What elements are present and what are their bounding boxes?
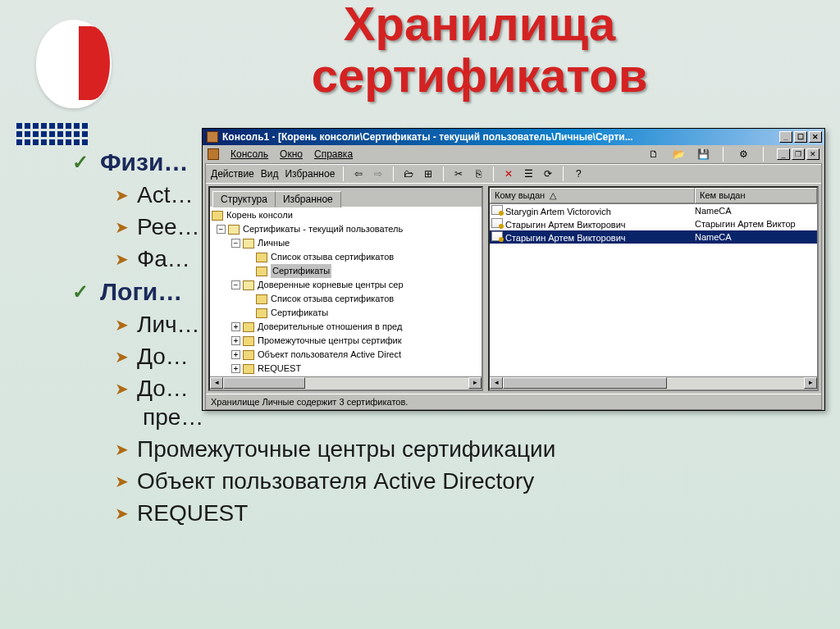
tree-node: Сертификаты <box>212 264 482 278</box>
arrow-icon: ➤ <box>115 439 129 460</box>
arrow-icon: ➤ <box>115 314 129 335</box>
decorative-dot-grid <box>16 123 88 145</box>
title-line-1: Хранилища <box>135 0 824 50</box>
open-icon[interactable]: 📂 <box>672 148 685 161</box>
mdi-restore-button[interactable]: ❐ <box>792 148 805 160</box>
minimize-button[interactable]: _ <box>779 131 792 143</box>
close-button[interactable]: ✕ <box>809 131 822 143</box>
bullet-text: Фа… <box>137 244 190 275</box>
tab-favorites[interactable]: Избранное <box>275 191 341 207</box>
tree-node: −Сертификаты - текущий пользователь <box>212 222 482 236</box>
bullet-text: Рее… <box>137 212 200 243</box>
tree-node: +REQUEST <box>212 362 482 376</box>
bullet-text: Act… <box>137 180 193 211</box>
split-panes: Структура Избранное Корень консоли −Серт… <box>206 183 821 394</box>
mmc-window: Консоль1 - [Корень консоли\Сертификаты -… <box>202 128 825 411</box>
new-icon[interactable]: 🗋 <box>647 148 660 161</box>
list-header: Кому выдан △ Кем выдан <box>490 188 817 204</box>
menu-window[interactable]: Окно <box>280 148 303 160</box>
horizontal-scrollbar[interactable]: ◂ ▸ <box>490 376 817 390</box>
bullet-text: пре… <box>143 403 203 433</box>
arrow-icon: ➤ <box>115 217 129 238</box>
tree-node: −Доверенные корневые центры сер <box>212 278 482 292</box>
console-tree[interactable]: Корень консоли −Сертификаты - текущий по… <box>210 207 482 377</box>
mdi-minimize-button[interactable]: _ <box>777 148 790 160</box>
menu-action[interactable]: Действие <box>211 168 254 180</box>
scroll-right-icon[interactable]: ▸ <box>804 377 817 389</box>
scroll-left-icon[interactable]: ◂ <box>490 377 503 389</box>
tree-node: Корень консоли <box>212 208 482 222</box>
properties-icon[interactable]: ⚙ <box>737 148 750 161</box>
tab-structure[interactable]: Структура <box>212 191 276 207</box>
up-folder-icon[interactable]: 🗁 <box>402 167 415 180</box>
tree-node: +Объект пользователя Active Direct <box>212 348 482 362</box>
mdi-close-button[interactable]: ✕ <box>806 148 819 160</box>
bullet-text: Объект пользователя Active Directory <box>137 467 534 497</box>
scroll-left-icon[interactable]: ◂ <box>210 377 223 389</box>
main-menubar: Консоль Окно Справка 🗋 📂 💾 ⚙ _ ❐ ✕ <box>203 145 824 163</box>
forward-icon[interactable]: ⇨ <box>372 167 385 180</box>
window-title: Консоль1 - [Корень консоли\Сертификаты -… <box>222 131 779 143</box>
menu-view[interactable]: Вид <box>261 168 279 180</box>
certificate-icon <box>491 218 503 228</box>
list-row[interactable]: Старыгин Артем Викторович NameCA <box>490 230 817 244</box>
arrow-icon: ➤ <box>115 185 129 206</box>
menu-console[interactable]: Консоль <box>231 148 268 160</box>
arrow-icon: ➤ <box>115 378 129 399</box>
list-row[interactable]: Старыгин Артем Викторович Старыгин Артем… <box>490 217 817 230</box>
tree-toggle-icon[interactable]: ⊞ <box>422 167 435 180</box>
bullet-text: До… <box>137 342 189 372</box>
title-line-2: сертификатов <box>135 50 824 102</box>
console-icon <box>208 148 219 160</box>
arrow-icon: ➤ <box>115 248 129 270</box>
column-issued-to[interactable]: Кому выдан △ <box>490 188 695 203</box>
collapse-icon[interactable]: − <box>231 239 240 248</box>
bullet-text: Логи… <box>100 276 182 308</box>
expand-icon[interactable]: + <box>231 336 240 345</box>
list-row[interactable]: Starygin Artem Victorovich NameCA <box>490 204 817 217</box>
maximize-button[interactable]: ☐ <box>794 131 807 143</box>
properties-icon[interactable]: ☰ <box>522 167 535 180</box>
copy-icon[interactable]: ⎘ <box>472 167 485 180</box>
column-issued-by[interactable]: Кем выдан <box>695 188 817 203</box>
tree-node: Список отзыва сертификатов <box>212 250 482 264</box>
scroll-thumb[interactable] <box>503 377 667 389</box>
bullet-text: REQUEST <box>137 499 248 529</box>
mdi-child: Действие Вид Избранное ⇦ ⇨ 🗁 ⊞ ✂ ⎘ ✕ ☰ ⟳… <box>205 163 822 410</box>
menu-help[interactable]: Справка <box>314 148 353 160</box>
expand-icon[interactable]: + <box>231 350 240 359</box>
collapse-icon[interactable]: − <box>217 225 226 234</box>
window-titlebar[interactable]: Консоль1 - [Корень консоли\Сертификаты -… <box>203 129 824 145</box>
bullet-text: Физи… <box>100 146 188 179</box>
certificate-icon <box>491 205 503 215</box>
left-pane: Структура Избранное Корень консоли −Серт… <box>208 186 483 391</box>
right-pane: Кому выдан △ Кем выдан Starygin Artem Vi… <box>488 186 819 391</box>
bullet-text: Лич… <box>137 310 200 340</box>
refresh-icon[interactable]: ⟳ <box>541 167 555 180</box>
tree-node: Список отзыва сертификатов <box>212 292 482 306</box>
bullet-text: До… <box>137 374 189 404</box>
arrow-icon: ➤ <box>115 471 129 492</box>
slide-title: Хранилища сертификатов <box>135 0 824 101</box>
menu-favorites[interactable]: Избранное <box>285 168 335 180</box>
arrow-icon: ➤ <box>115 346 129 367</box>
horizontal-scrollbar[interactable]: ◂ ▸ <box>210 376 482 390</box>
app-icon <box>207 131 218 143</box>
check-icon: ✓ <box>72 279 89 305</box>
collapse-icon[interactable]: − <box>231 280 240 289</box>
check-icon: ✓ <box>72 149 89 175</box>
delete-icon[interactable]: ✕ <box>502 167 515 180</box>
slide-logo <box>31 15 130 113</box>
tree-node: Сертификаты <box>212 306 482 320</box>
expand-icon[interactable]: + <box>231 364 240 373</box>
scroll-right-icon[interactable]: ▸ <box>468 377 482 389</box>
help-icon[interactable]: ? <box>572 167 585 180</box>
expand-icon[interactable]: + <box>231 322 240 331</box>
toolbar: Действие Вид Избранное ⇦ ⇨ 🗁 ⊞ ✂ ⎘ ✕ ☰ ⟳… <box>206 164 821 183</box>
back-icon[interactable]: ⇦ <box>352 167 365 180</box>
cut-icon[interactable]: ✂ <box>452 167 465 180</box>
save-icon[interactable]: 💾 <box>696 148 710 161</box>
scroll-thumb[interactable] <box>223 377 305 389</box>
bullet-text: Промежуточные центры сертификации <box>137 435 555 465</box>
tree-node: −Личные <box>212 236 482 250</box>
